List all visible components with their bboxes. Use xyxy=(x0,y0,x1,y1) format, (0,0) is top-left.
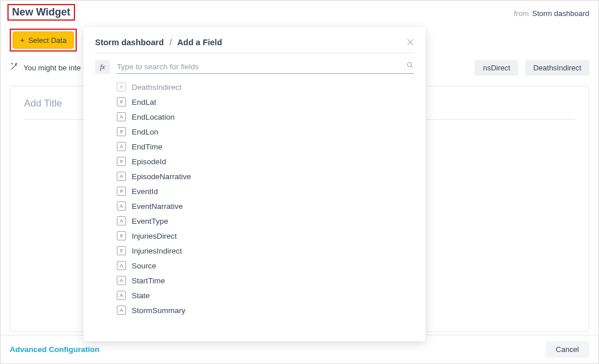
number-type-icon: # xyxy=(117,231,126,240)
text-type-icon: A xyxy=(117,112,126,121)
popover-header: Storm dashboard / Add a Field xyxy=(84,27,425,53)
fx-button[interactable]: fx xyxy=(95,60,110,74)
field-name-label: EndLat xyxy=(132,98,156,106)
text-type-icon: A xyxy=(117,306,126,315)
field-item[interactable]: #EndLat xyxy=(117,94,425,109)
field-item[interactable]: #InjuriesIndirect xyxy=(117,243,425,258)
field-name-label: EventNarrative xyxy=(132,202,183,211)
cancel-button[interactable]: Cancel xyxy=(546,341,589,358)
field-name-label: Source xyxy=(132,262,156,270)
breadcrumb-leaf: Add a Field xyxy=(178,38,222,47)
field-item[interactable]: AEndLocation xyxy=(117,109,425,124)
field-item[interactable]: AEndTime xyxy=(117,139,425,154)
svg-point-2 xyxy=(407,62,411,66)
text-type-icon: A xyxy=(117,142,126,151)
field-list[interactable]: #DeathsIndirect#EndLatAEndLocation#EndLo… xyxy=(84,76,425,341)
close-icon[interactable] xyxy=(407,38,414,47)
field-item[interactable]: AStormSummary xyxy=(117,303,425,318)
add-field-popover: Storm dashboard / Add a Field fx #Deaths… xyxy=(84,27,425,341)
text-type-icon: A xyxy=(117,291,126,300)
field-name-label: EndTime xyxy=(132,143,163,151)
field-item[interactable]: AEpisodeNarrative xyxy=(117,169,425,184)
page-root: New Widget from Storm dashboard + Select… xyxy=(0,0,599,364)
number-type-icon: # xyxy=(117,127,126,136)
search-row: fx xyxy=(84,53,425,76)
field-item[interactable]: AEventType xyxy=(117,213,425,228)
select-data-highlight-box: + Select Data xyxy=(10,29,77,52)
field-item[interactable]: #EventId xyxy=(117,184,425,199)
field-item[interactable]: AState xyxy=(117,288,425,303)
number-type-icon: # xyxy=(117,187,126,196)
page-title: New Widget xyxy=(12,6,70,18)
field-item[interactable]: AEventNarrative xyxy=(117,199,425,213)
header: New Widget from Storm dashboard xyxy=(1,1,598,23)
advanced-configuration-link[interactable]: Advanced Configuration xyxy=(10,345,100,354)
select-data-button[interactable]: + Select Data xyxy=(13,31,74,49)
search-icon xyxy=(406,61,414,71)
number-type-icon: # xyxy=(117,157,126,166)
field-name-label: InjuriesDirect xyxy=(132,232,177,240)
field-name-label: DeathsIndirect xyxy=(132,83,182,92)
number-type-icon: # xyxy=(117,97,126,106)
field-name-label: EpisodeId xyxy=(132,157,166,166)
field-name-label: EpisodeNarrative xyxy=(132,172,191,181)
field-name-label: EndLon xyxy=(132,128,159,136)
search-input[interactable] xyxy=(117,60,406,72)
text-type-icon: A xyxy=(117,276,126,285)
number-type-icon: # xyxy=(117,82,126,92)
field-name-label: InjuriesIndirect xyxy=(132,247,182,255)
title-highlight-box: New Widget xyxy=(7,4,75,21)
field-item[interactable]: #DeathsIndirect xyxy=(117,80,425,94)
svg-line-3 xyxy=(411,66,412,68)
breadcrumb-root[interactable]: Storm dashboard xyxy=(95,38,164,47)
field-item[interactable]: #InjuriesDirect xyxy=(117,228,425,243)
field-name-label: EventType xyxy=(132,217,168,225)
text-type-icon: A xyxy=(117,201,126,211)
suggestion-text: You might be inte xyxy=(23,64,81,72)
field-item[interactable]: #EndLon xyxy=(117,124,425,139)
chip-nsdirect[interactable]: nsDirect xyxy=(475,60,518,76)
field-name-label: EventId xyxy=(132,187,158,196)
text-type-icon: A xyxy=(117,261,126,270)
magic-wand-icon xyxy=(10,62,19,73)
plus-icon: + xyxy=(20,35,25,45)
field-item[interactable]: AStartTime xyxy=(117,273,425,288)
number-type-icon: # xyxy=(117,246,126,255)
suggestion-chips: nsDirect DeathsIndirect xyxy=(475,60,589,76)
breadcrumb-separator: / xyxy=(170,38,172,47)
field-name-label: StartTime xyxy=(132,276,165,285)
from-label: from xyxy=(514,9,529,18)
field-name-label: StormSummary xyxy=(132,306,186,315)
search-input-wrap xyxy=(117,60,414,74)
text-type-icon: A xyxy=(117,216,126,225)
from-dashboard-name: Storm dashboard xyxy=(532,9,589,18)
field-name-label: EndLocation xyxy=(132,113,175,121)
field-item[interactable]: ASource xyxy=(117,258,425,273)
chip-deathsindirect[interactable]: DeathsIndirect xyxy=(525,60,589,76)
breadcrumb: Storm dashboard / Add a Field xyxy=(95,38,222,47)
text-type-icon: A xyxy=(117,172,126,181)
field-item[interactable]: #EpisodeId xyxy=(117,154,425,169)
field-name-label: State xyxy=(132,291,150,300)
select-data-label: Select Data xyxy=(28,36,66,45)
